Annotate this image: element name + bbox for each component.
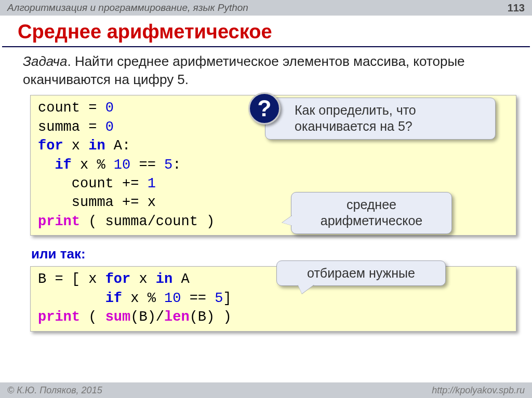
callout-average: среднее арифметическое	[291, 192, 452, 234]
task-text: . Найти среднее арифметическое элементов…	[23, 53, 465, 87]
page-number: 113	[508, 2, 525, 14]
subject-text: Алгоритмизация и программирование, язык …	[7, 2, 248, 13]
footer-url: http://kpolyakov.spb.ru	[432, 385, 525, 396]
copyright-text: © К.Ю. Поляков, 2015	[7, 385, 102, 396]
slide-header: Алгоритмизация и программирование, язык …	[0, 0, 532, 16]
slide-title: Среднее арифметическое	[2, 16, 530, 47]
callout-select: отбираем нужные	[276, 260, 446, 286]
callout-question: Как определить, что оканчивается на 5?	[265, 98, 496, 140]
task-label: Задача	[23, 53, 67, 69]
slide-footer: © К.Ю. Поляков, 2015 http://kpolyakov.sp…	[0, 382, 532, 398]
task-description: Задача. Найти среднее арифметическое эле…	[0, 47, 532, 95]
question-badge-icon: ?	[248, 92, 281, 125]
